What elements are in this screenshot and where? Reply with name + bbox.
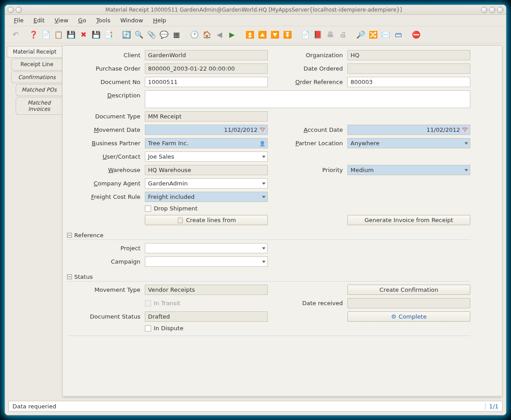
checkbox-in-dispute[interactable]: In Dispute — [145, 325, 268, 332]
menu-go[interactable]: Go — [74, 16, 91, 25]
field-date-ordered[interactable] — [347, 63, 470, 74]
checkbox-drop-shipment[interactable]: Drop Shipment — [145, 205, 268, 212]
detail-icon[interactable]: ▶ — [227, 29, 237, 40]
field-movement-type[interactable]: Vendor Receipts — [145, 285, 268, 295]
menubar: File Edit View Go Tools Window Help — [5, 15, 506, 26]
parent-icon[interactable]: ◀ — [214, 29, 225, 40]
request-icon[interactable]: ✉️ — [380, 29, 391, 40]
field-order-reference[interactable]: 800003 — [347, 77, 470, 87]
label-document-no: Document No — [67, 79, 143, 85]
field-partner-location[interactable]: Anywhere — [347, 138, 470, 148]
application-window: Material Receipt 10000511 GardenAdmin@Ga… — [4, 4, 507, 416]
field-project[interactable] — [145, 243, 268, 253]
print-preview-icon[interactable]: 🖶 — [325, 29, 336, 40]
archive-icon[interactable]: 📕 — [313, 29, 323, 40]
menu-tools[interactable]: Tools — [92, 16, 115, 25]
end-icon[interactable]: ⛔ — [411, 29, 422, 40]
refresh-icon[interactable]: 🔄 — [121, 29, 132, 40]
tab-receipt-line[interactable]: Receipt Line — [11, 59, 62, 70]
menu-file[interactable]: File — [9, 16, 28, 25]
field-company-agent[interactable]: GardenAdmin — [145, 178, 268, 189]
label-organization: Organization — [270, 52, 346, 59]
window-title: Material Receipt 10000511 GardenAdmin@Ga… — [26, 7, 481, 13]
field-movement-date[interactable]: 11/02/2012 — [145, 125, 268, 135]
previous-icon[interactable]: 🔼 — [257, 29, 268, 40]
attachment-icon[interactable]: 📎 — [146, 29, 157, 40]
print-icon[interactable]: 🖨 — [338, 29, 348, 40]
field-date-received[interactable] — [347, 298, 470, 308]
field-document-no[interactable]: 10000511 — [145, 77, 268, 87]
window-shade-icon[interactable] — [16, 7, 22, 13]
home-icon[interactable]: 🏠 — [202, 29, 212, 40]
last-icon[interactable]: ⏬ — [282, 29, 293, 40]
form-panel: Client GardenWorld Organization HQ Purch… — [62, 45, 503, 397]
window-menu-icon[interactable] — [8, 7, 14, 13]
content-area: Material Receipt Receipt Line Confirmati… — [5, 43, 506, 399]
field-priority[interactable]: Medium — [347, 165, 470, 175]
field-purchase-order[interactable]: 800000_2003-01-22 00:00:00 — [145, 63, 268, 74]
label-movement-type: Movement Type — [67, 286, 143, 293]
label-warehouse: Warehouse — [67, 167, 143, 173]
label-campaign: Campaign — [67, 258, 143, 265]
label-company-agent: Company Agent — [67, 180, 143, 187]
button-generate-invoice[interactable]: Generate Invoice from Receipt — [347, 215, 470, 225]
undo-icon[interactable]: ↶ — [10, 29, 21, 40]
titlebar: Material Receipt 10000511 GardenAdmin@Ga… — [5, 5, 506, 15]
field-document-status[interactable]: Drafted — [145, 311, 268, 322]
product-info-icon[interactable]: 🗃 — [393, 29, 404, 40]
workflow-icon[interactable]: 🔀 — [368, 29, 379, 40]
label-description: Description — [67, 90, 143, 99]
first-icon[interactable]: ⏫ — [245, 29, 255, 40]
chat-icon[interactable]: 💬 — [159, 29, 169, 40]
label-purchase-order: Purchase Order — [67, 65, 143, 72]
grid-icon[interactable]: ▦ — [171, 29, 182, 40]
tab-matched-invoices[interactable]: Matched Invoices — [16, 97, 62, 115]
button-create-confirmation[interactable]: Create Confirmation — [347, 285, 470, 295]
button-create-lines-from[interactable]: 📋 Create lines from — [145, 215, 268, 225]
label-priority: Priority — [270, 167, 346, 173]
minimize-icon[interactable] — [481, 7, 487, 13]
field-document-type[interactable]: MM Receipt — [145, 111, 268, 122]
label-date-ordered: Date Ordered — [270, 65, 346, 72]
field-business-partner[interactable]: Tree Farm Inc. — [145, 138, 268, 148]
field-account-date[interactable]: 11/02/2012 — [347, 125, 470, 135]
collapse-icon: − — [67, 233, 72, 238]
label-freight-cost-rule: Freight Cost Rule — [67, 193, 143, 200]
zoom-icon[interactable]: 🔎 — [355, 29, 366, 40]
field-freight-cost-rule[interactable]: Freight included — [145, 192, 268, 202]
toolbar: ↶ ❓ 📄 📋 💾 ✖ 💾 📑 🔄 🔍 📎 💬 ▦ 🕐 🏠 ◀ ▶ ⏫ 🔼 🔽 … — [5, 26, 506, 43]
help-icon[interactable]: ❓ — [28, 29, 39, 40]
field-description[interactable] — [145, 90, 470, 108]
section-status[interactable]: − Status — [67, 272, 470, 281]
report-icon[interactable]: 📄 — [300, 29, 311, 40]
field-organization[interactable]: HQ — [347, 50, 470, 60]
history-icon[interactable]: 🕐 — [189, 29, 200, 40]
field-user-contact[interactable]: Joe Sales — [145, 151, 268, 162]
menu-view[interactable]: View — [50, 16, 73, 25]
find-icon[interactable]: 🔍 — [134, 29, 144, 40]
label-in-transit: In Transit — [154, 300, 180, 307]
tab-confirmations[interactable]: Confirmations — [11, 71, 62, 83]
field-warehouse[interactable]: HQ Warehouse — [145, 165, 268, 175]
save-icon[interactable]: 💾 — [66, 29, 76, 40]
new-icon[interactable]: 📄 — [41, 29, 51, 40]
button-complete[interactable]: ⚙ Complete — [347, 311, 470, 322]
copy-record-icon[interactable]: 📑 — [103, 29, 114, 40]
field-client[interactable]: GardenWorld — [145, 50, 268, 60]
tab-column: Material Receipt Receipt Line Confirmati… — [7, 45, 62, 397]
tab-material-receipt[interactable]: Material Receipt — [7, 46, 62, 58]
next-icon[interactable]: 🔽 — [270, 29, 280, 40]
menu-edit[interactable]: Edit — [29, 16, 49, 25]
save-create-icon[interactable]: 💾 — [91, 29, 101, 40]
menu-help[interactable]: Help — [148, 16, 171, 25]
section-reference[interactable]: − Reference — [67, 230, 470, 240]
copy-icon[interactable]: 📋 — [53, 29, 64, 40]
delete-icon[interactable]: ✖ — [78, 29, 89, 40]
label-date-received: Date received — [270, 300, 346, 307]
label-in-dispute: In Dispute — [154, 325, 183, 332]
close-icon[interactable] — [497, 7, 503, 13]
tab-matched-pos[interactable]: Matched POs — [16, 84, 62, 96]
maximize-icon[interactable] — [489, 7, 495, 13]
menu-window[interactable]: Window — [116, 16, 148, 25]
field-campaign[interactable] — [145, 256, 268, 267]
